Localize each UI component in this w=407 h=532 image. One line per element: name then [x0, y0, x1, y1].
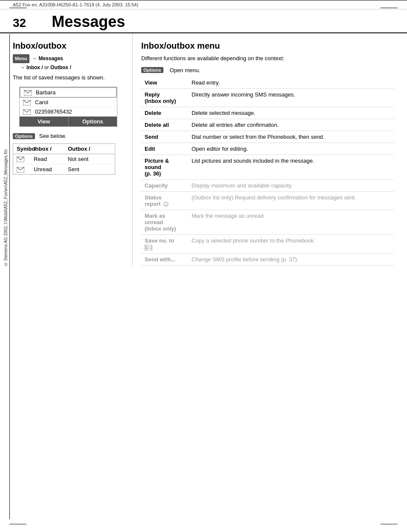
action-send: Send [141, 131, 188, 143]
copyright-text: © Siemens AG 2002, I:\Mobil\A52_Fox\en\A… [3, 149, 8, 266]
svg-text:!: ! [166, 203, 167, 207]
top-border-right [381, 8, 398, 8]
desc-save-no: Copy a selected phone number to the Phon… [188, 235, 394, 254]
arrow1: → [32, 56, 38, 61]
list-item[interactable]: 023598765432 [20, 107, 117, 117]
bottom-border-right [381, 524, 398, 524]
options-action-label: Open menu. [170, 67, 201, 73]
col-outbox: Outbox / [68, 146, 111, 152]
open-envelope-symbol [17, 156, 34, 162]
action-capacity: Capacity [141, 179, 188, 191]
desc-capacity: Display maximum and available capacity. [188, 179, 394, 191]
outbox-status-sent: Sent [68, 166, 111, 172]
menu-row-save-no: Save no. to Copy a selected phone number… [141, 235, 394, 254]
list-description: The list of saved messages is shown. [13, 74, 124, 81]
list-item[interactable]: Carol [20, 98, 117, 107]
nav-path: Menu → Messages → Inbox / or Outbox / [13, 54, 124, 72]
header-text: A52 Fox en, A31008-H6250-A1-1-7619 (4. J… [13, 2, 138, 7]
outbox-status-notsent: Not sent [68, 156, 111, 162]
main-content: Inbox/outbox Menu → Messages → Inbox / o… [0, 33, 407, 266]
svg-line-5 [23, 109, 27, 112]
col-symbol: Symbol [17, 146, 34, 152]
desc-send: Dial number or select from the Phonebook… [188, 131, 394, 143]
desc-send-with: Change SMS profile before sending (p. 37… [188, 253, 394, 265]
desc-status-report: (Outbox list only) Request delivery conf… [188, 191, 394, 210]
contact-name: Barbara [36, 89, 55, 96]
action-edit: Edit [141, 143, 188, 155]
svg-rect-13 [145, 245, 152, 251]
desc-picture-sound: List pictures and sounds included in the… [188, 155, 394, 179]
messages-label: Messages [38, 56, 63, 61]
page-title-row: 32 Messages [0, 9, 407, 33]
view-button[interactable]: View [20, 117, 68, 126]
menu-row-capacity: Capacity Display maximum and available c… [141, 179, 394, 191]
page-title: Messages [52, 13, 125, 31]
symbol-table: Symbol Inbox / Outbox / Read Not sent [13, 143, 115, 175]
action-save-no: Save no. to [141, 235, 188, 254]
symbol-table-header: Symbol Inbox / Outbox / [13, 144, 115, 154]
menu-row-view: View Read entry. [141, 77, 394, 89]
contact-name: Carol [35, 99, 48, 105]
page-number: 32 [13, 16, 26, 30]
inbox-status-read: Read [34, 156, 68, 162]
menu-row-edit: Edit Open editor for editing. [141, 143, 394, 155]
svg-line-10 [20, 167, 24, 170]
status-report-icon: ! [163, 201, 170, 207]
menu-badge: Menu [13, 54, 29, 63]
desc-edit: Open editor for editing. [188, 143, 394, 155]
outbox-label: Outbox / [50, 64, 71, 70]
svg-line-6 [27, 109, 31, 112]
menu-row-status-report: Statusreport ! (Outbox list only) Reques… [141, 191, 394, 210]
right-options-badge[interactable]: Options [141, 67, 163, 73]
desc-view: Read entry. [188, 77, 394, 89]
message-list-box: Barbara Carol [19, 87, 117, 127]
right-section-title: Inbox/outbox menu [141, 41, 394, 51]
svg-line-9 [17, 167, 20, 170]
intro-text: Different functions are available depend… [141, 54, 394, 63]
svg-line-3 [27, 100, 31, 103]
menu-row-reply: Reply(Inbox only) Directly answer incomi… [141, 88, 394, 107]
action-send-with: Send with... [141, 253, 188, 265]
desc-mark-unread: Mark the message as unread. [188, 210, 394, 235]
or-label: or [44, 64, 49, 70]
action-picture-sound: Picture &sound(p. 36) [141, 155, 188, 179]
closed-envelope-symbol [17, 166, 34, 172]
left-border [9, 34, 10, 519]
read-envelope-icon [24, 89, 32, 96]
col-inbox: Inbox / [34, 146, 68, 152]
menu-row-delete: Delete Delete selected message. [141, 107, 394, 119]
menu-row-send: Send Dial number or select from the Phon… [141, 131, 394, 143]
phonebook-icon [145, 245, 152, 251]
menu-table: View Read entry. Reply(Inbox only) Direc… [141, 77, 394, 266]
symbol-row: Unread Sent [13, 164, 115, 174]
options-line: Options See below. [13, 133, 124, 139]
menu-row-delete-all: Delete all Delete all entries after conf… [141, 119, 394, 131]
action-status-report: Statusreport ! [141, 191, 188, 210]
top-border-left [9, 8, 26, 8]
options-button[interactable]: Options [68, 117, 117, 126]
desc-delete-all: Delete all entries after confirmation. [188, 119, 394, 131]
unread-envelope-icon [23, 99, 32, 105]
page-header: A52 Fox en, A31008-H6250-A1-1-7619 (4. J… [0, 0, 407, 9]
action-delete-all: Delete all [141, 119, 188, 131]
menu-row-picture-sound: Picture &sound(p. 36) List pictures and … [141, 155, 394, 179]
inbox-label: Inbox / [26, 64, 43, 70]
unread-envelope-icon [23, 108, 32, 115]
action-mark-unread: Mark asunread(Inbox only) [141, 210, 188, 235]
message-list-buttons: View Options [20, 117, 117, 126]
desc-delete: Delete selected message. [188, 107, 394, 119]
options-text: See below. [39, 133, 67, 139]
action-view: View [141, 77, 188, 89]
left-column: Inbox/outbox Menu → Messages → Inbox / o… [13, 33, 132, 266]
menu-row-send-with: Send with... Change SMS profile before s… [141, 253, 394, 265]
left-section-title: Inbox/outbox [13, 41, 124, 51]
bottom-border-left [9, 524, 26, 524]
options-badge[interactable]: Options [13, 133, 35, 139]
svg-line-2 [23, 100, 27, 103]
list-item[interactable]: Barbara [20, 87, 117, 98]
arrow2: → [20, 64, 26, 70]
desc-reply: Directly answer incoming SMS messages. [188, 88, 394, 107]
action-reply: Reply(Inbox only) [141, 88, 188, 107]
action-delete: Delete [141, 107, 188, 119]
right-column: Inbox/outbox menu Different functions ar… [132, 33, 394, 266]
